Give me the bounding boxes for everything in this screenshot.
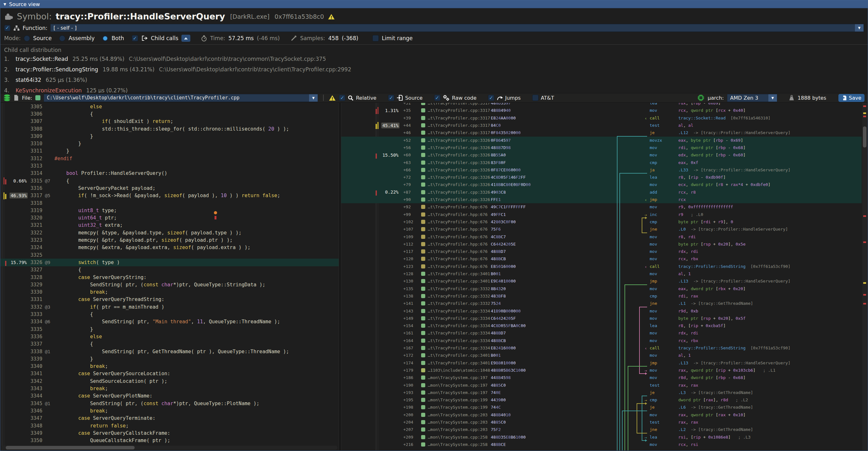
source-line[interactable]: 3341case ServerQuerySourceLocation: — [1, 370, 339, 378]
function-checkbox[interactable]: ✓ — [4, 25, 10, 31]
limit-range-checkbox[interactable]: ✓ — [372, 35, 379, 41]
asm-row[interactable]: +117…t\TracyProfiler.hpp:676488BD7movrdx… — [341, 248, 862, 255]
source-line[interactable]: 3340break; — [1, 363, 339, 370]
radio-source[interactable] — [24, 35, 30, 41]
asm-row[interactable]: +128…t\TracyProfiler.cpp:3401B001moval, … — [341, 270, 862, 277]
child-call-entry[interactable]: 4.KeSynchronizeExecution125 μs (0.27%) — [4, 87, 864, 93]
assembly-pane[interactable]: +31…t\TracyProfiler.cpp:3317488D5597lear… — [341, 103, 867, 450]
source-line[interactable]: 3339} — [1, 355, 339, 362]
asm-row[interactable]: +143…t\TracyProfiler.cpp:333441B90B00000… — [341, 307, 862, 314]
collapse-icon[interactable]: ▼ — [3, 2, 6, 6]
source-line[interactable]: 3314bool Profiler::HandleServerQuery() — [1, 170, 339, 177]
source-line[interactable]: 3322memcpy( &type, &payload.type, sizeof… — [1, 229, 339, 236]
source-line[interactable]: 3323memcpy( &ptr, &payload.ptr, sizeof( … — [1, 236, 339, 244]
child-call-entry[interactable]: 1.tracy::Socket::Read25.25 ms (54.89%)C:… — [4, 56, 864, 66]
source-hscrollbar[interactable] — [1, 446, 337, 450]
source-line[interactable]: 3330break; — [1, 289, 339, 296]
source-line[interactable]: 3309} — [1, 132, 339, 140]
child-call-entry[interactable]: 3.stat64i32625 μs (1.36%) — [4, 77, 864, 87]
asm-row[interactable]: 0.22%+87…t\TracyProfiler.cpp:33264903C8a… — [341, 188, 862, 196]
asm-row[interactable]: +204…mon\TracySystem.cpp:2034885C0testra… — [341, 419, 862, 426]
radio-assembly[interactable] — [59, 35, 65, 41]
source-line[interactable]: 3310} — [1, 140, 339, 147]
asm-row[interactable]: +46…t\TracyProfiler.cpp:33170F8435020000… — [341, 129, 862, 136]
source-line[interactable]: 3307if( shouldExit ) return; — [1, 118, 339, 125]
assembly-vscrollbar-thumb[interactable] — [863, 126, 866, 147]
source-line[interactable]: 3329SendString( ptr, (const char*)ptr, Q… — [1, 281, 339, 288]
source-line[interactable]: 3332@3if( ptr == m_mainThread ) — [1, 303, 339, 310]
radio-both[interactable] — [102, 35, 108, 41]
source-line[interactable]: 3327{ — [1, 266, 339, 274]
radio-assembly-label[interactable]: Assembly — [68, 35, 95, 41]
source-line[interactable]: 3318 — [1, 200, 339, 207]
asm-row[interactable]: +198…mon\TracySystem.cpp:199744Cje.L6 ->… — [341, 403, 862, 411]
source-line[interactable]: 3349case ServerQueryCallstackFrame: — [1, 429, 339, 437]
source-line[interactable]: 0.66%3315@7{ — [1, 177, 339, 184]
toggle-relative[interactable]: ✓ Relative — [339, 95, 376, 101]
source-line[interactable]: 3342SendSourceLocation( ptr ); — [1, 378, 339, 385]
titlebar[interactable]: ▼ Source view — [0, 0, 868, 8]
source-line[interactable]: 15.79%3326@9switch( type ) — [1, 259, 339, 266]
asm-row[interactable]: +174…t\TracyProfiler.cpp:3401E9B8010000j… — [341, 359, 862, 367]
asm-row[interactable]: +63…t\TracyProfiler.cpp:332683F80Fcmpeax… — [341, 159, 862, 166]
source-line[interactable]: 3311} — [1, 147, 339, 155]
chevron-down-icon[interactable]: ▼ — [768, 94, 777, 101]
asm-row[interactable]: +179…1103\include\atomic:1048488B05B63C1… — [341, 367, 862, 374]
source-line[interactable]: 3347case ServerQueryTerminate: — [1, 415, 339, 422]
asm-row[interactable]: +52…t\TracyProfiler.cpp:33260FB64597movz… — [341, 137, 862, 144]
asm-row[interactable]: +141…t\TracyProfiler.cpp:33327524jne.L1 … — [341, 300, 862, 307]
source-line[interactable]: 3336else — [1, 333, 339, 340]
asm-row[interactable]: +107…t\TracyProfiler.hpp:67675F6jne.L0 -… — [341, 226, 862, 233]
source-line[interactable]: 46.93%3317@5if( !m_sock->Read( &payload,… — [1, 192, 339, 200]
source-line[interactable]: 3350QueueCallstackFrame( ptr ); — [1, 437, 339, 444]
asm-row[interactable]: +209…mon\TracySystem.cpp:258488D35E8B610… — [341, 433, 862, 441]
asm-row[interactable]: 45.41%+44…t\TracyProfiler.cpp:331784C0te… — [341, 122, 862, 129]
source-hscrollbar-thumb[interactable] — [6, 446, 135, 449]
source-line[interactable]: 3344case ServerQueryPlotName: — [1, 392, 339, 400]
asm-row[interactable]: +167…t\TracyProfiler.cpp:3334E824160000c… — [341, 344, 862, 352]
asm-row[interactable]: +216…mon\TracySystem.cpp:258488BCEmovrcx… — [341, 441, 862, 448]
source-line[interactable]: 3306{ — [1, 110, 339, 118]
source-line[interactable]: 3331case ServerQueryThreadString: — [1, 296, 339, 303]
child-call-entry[interactable]: 2.tracy::Profiler::SendLongString19.88 m… — [4, 66, 864, 77]
source-line[interactable]: 3319uint8_t type; — [1, 207, 339, 214]
asm-row[interactable]: +66…t\TracyProfiler.cpp:33260F87CE060000… — [341, 166, 862, 174]
radio-both-label[interactable]: Both — [112, 35, 124, 41]
asm-row[interactable]: +135…t\TracyProfiler.cpp:33328B4320movea… — [341, 285, 862, 292]
source-line[interactable]: 3313 — [1, 162, 339, 170]
source-line[interactable]: 3346break; — [1, 407, 339, 414]
asm-row[interactable]: +161…t\TracyProfiler.cpp:3334488BD7movrd… — [341, 329, 862, 337]
chevron-down-icon[interactable]: ▼ — [309, 94, 318, 101]
toggle-jumps[interactable]: ✓ Jumps — [488, 95, 521, 101]
asm-row[interactable]: +56…t\TracyProfiler.cpp:3326488B7D98movr… — [341, 144, 862, 151]
child-calls-label[interactable]: Child calls — [151, 35, 178, 41]
uarch-combo[interactable]: AMD Zen 3 ▼ — [727, 94, 777, 102]
source-line[interactable]: 3345@1SendString( ptr, (const char*)ptr,… — [1, 400, 339, 407]
asm-row[interactable]: +190…mon\TracySystem.cpp:1974885C0testra… — [341, 381, 862, 389]
asm-row[interactable]: +154…t\TracyProfiler.cpp:33344C8D055FBA0… — [341, 322, 862, 329]
source-line[interactable]: 3312#endif — [1, 155, 339, 162]
source-pane[interactable]: 3305else3306{3307if( shouldExit ) return… — [1, 103, 339, 450]
asm-row[interactable]: +138…t\TracyProfiler.cpp:3332483BF8cmprd… — [341, 292, 862, 300]
asm-row[interactable]: 15.50%+60…t\TracyProfiler.cpp:33268B55A0… — [341, 151, 862, 159]
asm-row[interactable]: +92…t\TracyProfiler.hpp:67649C7C1FFFFFFF… — [341, 203, 862, 211]
asm-row[interactable]: +200…mon\TracySystem.cpp:203488B4010movr… — [341, 411, 862, 419]
source-line[interactable]: 3308std::this_thread::sleep_for( std::ch… — [1, 125, 339, 132]
source-line[interactable]: 3337{ — [1, 340, 339, 348]
asm-row[interactable]: +120…t\TracyProfiler.hpp:676488BCBmovrcx… — [341, 255, 862, 263]
asm-row[interactable]: +207…mon\TracySystem.cpp:20375F2jne.L2 -… — [341, 426, 862, 433]
asm-row[interactable]: +72…t\TracyProfiler.cpp:33264C8D05F146F2… — [341, 174, 862, 181]
asm-row[interactable]: +149…t\TracyProfiler.cpp:3334C64424205Fm… — [341, 315, 862, 322]
asm-row[interactable]: +130…t\TracyProfiler.cpp:3401E9E4010000j… — [341, 277, 862, 285]
source-line[interactable]: 3320uint64_t ptr; — [1, 214, 339, 222]
asm-row[interactable]: +39…t\TracyProfiler.cpp:3317E824AA0000ca… — [341, 114, 862, 122]
source-line[interactable]: 3324memcpy( &extra, &payload.extra, size… — [1, 244, 339, 251]
source-line[interactable]: 3338@1SendString( ptr, GetThreadName( pt… — [1, 348, 339, 355]
source-line[interactable]: 3333{ — [1, 310, 339, 318]
source-line[interactable]: 3335} — [1, 326, 339, 333]
source-line[interactable]: 3328case ServerQueryString: — [1, 274, 339, 281]
asm-row[interactable]: +90…t\TracyProfiler.cpp:3326FFE1jmp‹rcx — [341, 196, 862, 203]
toggle-raw-code[interactable]: ✓ Raw code — [434, 95, 476, 101]
asm-row[interactable]: +31…t\TracyProfiler.cpp:3317488D5597lear… — [341, 103, 862, 107]
assembly-vscrollbar[interactable] — [862, 103, 867, 450]
